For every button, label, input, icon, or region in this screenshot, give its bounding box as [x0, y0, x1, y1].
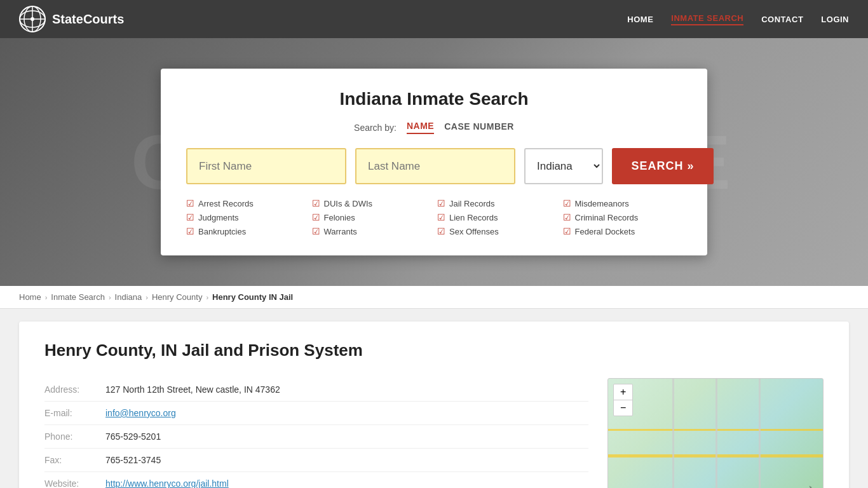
feature-criminal-records: ☑ Criminal Records [563, 212, 682, 222]
website-link[interactable]: http://www.henryco.org/jail.html [105, 478, 229, 488]
features-grid: ☑ Arrest Records ☑ DUIs & DWIs ☑ Jail Re… [186, 198, 682, 236]
header: StateCourts HOME INMATE SEARCH CONTACT L… [0, 0, 868, 38]
info-value-address: 127 North 12th Street, New castle, IN 47… [105, 384, 280, 395]
feature-felonies: ☑ Felonies [312, 212, 431, 222]
info-row-fax: Fax: 765-521-3745 [44, 449, 588, 472]
breadcrumb-current: Henry County IN Jail [212, 292, 293, 302]
info-row-address: Address: 127 North 12th Street, New cast… [44, 378, 588, 402]
check-icon: ☑ [186, 226, 194, 236]
info-value-fax: 765-521-3745 [105, 455, 161, 465]
email-link[interactable]: info@henryco.org [105, 408, 176, 418]
search-card-title: Indiana Inmate Search [186, 89, 682, 109]
feature-label: Federal Dockets [575, 227, 635, 236]
breadcrumb-indiana[interactable]: Indiana [115, 292, 142, 302]
feature-judgments: ☑ Judgments [186, 212, 306, 222]
feature-label: Sex Offenses [449, 227, 499, 236]
info-row-website: Website: http://www.henryco.org/jail.htm… [44, 472, 588, 488]
info-value-phone: 765-529-5201 [105, 431, 161, 442]
info-label-email: E-mail: [44, 408, 95, 418]
info-label-address: Address: [44, 384, 95, 395]
feature-jail-records: ☑ Jail Records [437, 198, 557, 208]
info-label-fax: Fax: [44, 455, 95, 465]
breadcrumb-sep-4: › [206, 294, 208, 301]
nav-home[interactable]: HOME [627, 15, 653, 24]
info-table: Address: 127 North 12th Street, New cast… [44, 378, 588, 488]
search-by-row: Search by: NAME CASE NUMBER [186, 121, 682, 134]
feature-sex-offenses: ☑ Sex Offenses [437, 226, 557, 236]
feature-label: Arrest Records [198, 199, 254, 208]
tab-case-number[interactable]: CASE NUMBER [444, 121, 514, 133]
breadcrumb: Home › Inmate Search › Indiana › Henry C… [0, 286, 868, 309]
search-card: Indiana Inmate Search Search by: NAME CA… [161, 69, 707, 255]
hero-section: COURTHOUSE Indiana Inmate Search Search … [0, 38, 868, 286]
check-icon: ☑ [563, 226, 571, 236]
breadcrumb-sep-1: › [45, 294, 48, 301]
breadcrumb-inmate-search[interactable]: Inmate Search [51, 292, 105, 302]
check-icon: ☑ [437, 198, 445, 208]
feature-label: Warrants [324, 227, 357, 236]
last-name-input[interactable] [355, 148, 515, 184]
feature-label: Jail Records [449, 199, 495, 208]
check-icon: ☑ [312, 198, 320, 208]
search-inputs-row: Indiana Alabama Alaska Arizona Arkansas … [186, 148, 682, 184]
map-container[interactable]: ✈ + − [607, 378, 824, 488]
content-title: Henry County, IN Jail and Prison System [44, 341, 824, 360]
breadcrumb-sep-3: › [146, 294, 148, 301]
feature-label: DUIs & DWIs [324, 199, 373, 208]
logo[interactable]: StateCourts [19, 6, 124, 32]
nav-login[interactable]: LOGIN [821, 15, 849, 24]
info-value-email: info@henryco.org [105, 408, 176, 418]
check-icon: ☑ [186, 212, 194, 222]
check-icon: ☑ [563, 198, 571, 208]
feature-warrants: ☑ Warrants [312, 226, 431, 236]
breadcrumb-sep-2: › [109, 294, 111, 301]
feature-label: Lien Records [449, 213, 498, 222]
check-icon: ☑ [312, 212, 320, 222]
nav-inmate-search[interactable]: INMATE SEARCH [671, 13, 743, 25]
feature-arrest-records: ☑ Arrest Records [186, 198, 306, 208]
state-select[interactable]: Indiana Alabama Alaska Arizona Arkansas … [524, 148, 603, 184]
first-name-input[interactable] [186, 148, 346, 184]
info-row-email: E-mail: info@henryco.org [44, 402, 588, 425]
info-value-website: http://www.henryco.org/jail.html [105, 478, 229, 488]
feature-label: Misdemeanors [575, 199, 629, 208]
breadcrumb-henry-county[interactable]: Henry County [152, 292, 202, 302]
logo-icon [19, 6, 46, 32]
feature-label: Felonies [324, 213, 355, 222]
main-nav: HOME INMATE SEARCH CONTACT LOGIN [627, 13, 849, 25]
feature-label: Judgments [198, 213, 239, 222]
feature-lien-records: ☑ Lien Records [437, 212, 557, 222]
map-zoom-out[interactable]: − [614, 400, 632, 416]
info-label-phone: Phone: [44, 431, 95, 442]
check-icon: ☑ [186, 198, 194, 208]
feature-bankruptcies: ☑ Bankruptcies [186, 226, 306, 236]
info-row-phone: Phone: 765-529-5201 [44, 425, 588, 449]
search-button[interactable]: SEARCH » [612, 148, 714, 184]
check-icon: ☑ [312, 226, 320, 236]
check-icon: ☑ [437, 226, 445, 236]
map-zoom-controls: + − [613, 384, 633, 416]
logo-text: StateCourts [52, 12, 124, 27]
main-content: Henry County, IN Jail and Prison System … [0, 309, 868, 488]
search-by-label: Search by: [354, 123, 397, 133]
check-icon: ☑ [563, 212, 571, 222]
feature-label: Criminal Records [575, 213, 639, 222]
feature-misdemeanors: ☑ Misdemeanors [563, 198, 682, 208]
feature-duis: ☑ DUIs & DWIs [312, 198, 431, 208]
breadcrumb-home[interactable]: Home [19, 292, 41, 302]
feature-label: Bankruptcies [198, 227, 246, 236]
content-card: Henry County, IN Jail and Prison System … [19, 322, 849, 488]
info-section: Address: 127 North 12th Street, New cast… [44, 378, 824, 488]
check-icon: ☑ [437, 212, 445, 222]
info-label-website: Website: [44, 478, 95, 488]
map-zoom-in[interactable]: + [614, 384, 632, 400]
tab-name[interactable]: NAME [407, 121, 434, 134]
nav-contact[interactable]: CONTACT [761, 15, 803, 24]
feature-federal-dockets: ☑ Federal Dockets [563, 226, 682, 236]
